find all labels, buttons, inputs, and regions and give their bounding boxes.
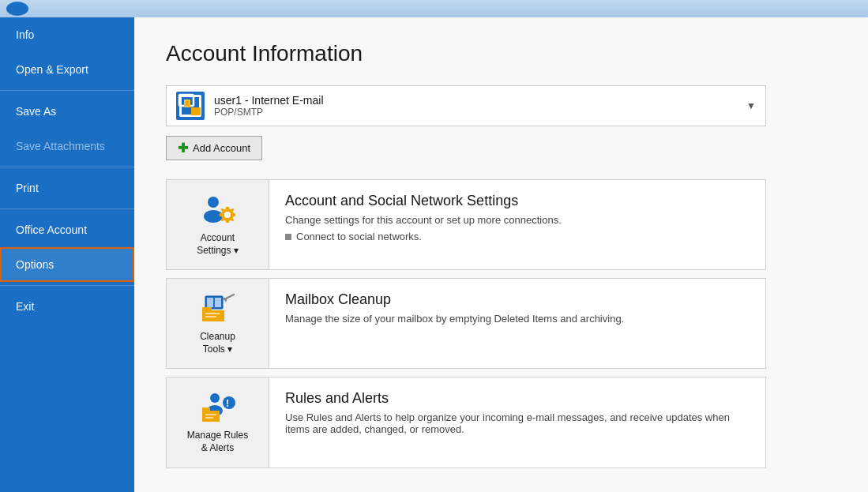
account-settings-description: Change settings for this account or set … [285, 214, 750, 226]
sidebar-item-print[interactable]: Print [0, 171, 134, 205]
top-bar [0, 0, 868, 17]
sidebar-divider-4 [0, 285, 134, 286]
account-settings-sub: Connect to social networks. [285, 231, 750, 242]
svg-rect-26 [202, 411, 220, 422]
account-settings-icon-area: AccountSettings ▾ [167, 180, 269, 269]
svg-text:!: ! [226, 398, 229, 409]
svg-rect-10 [232, 213, 235, 216]
main-container: Info Open & Export Save As Save Attachme… [0, 17, 868, 492]
account-settings-title: Account and Social Network Settings [285, 193, 750, 209]
page-title: Account Information [166, 41, 836, 66]
rules-description: Use Rules and Alerts to help organize yo… [285, 411, 750, 435]
svg-rect-27 [202, 407, 210, 411]
sidebar-item-save-attachments: Save Attachments [0, 129, 134, 163]
svg-rect-17 [215, 298, 221, 307]
account-icon [176, 92, 205, 120]
plus-icon: ✚ [178, 141, 188, 156]
sidebar-item-exit[interactable]: Exit [0, 289, 134, 324]
svg-rect-30 [205, 414, 216, 415]
svg-point-28 [223, 396, 235, 409]
manage-rules-card[interactable]: ! Manage Rules& Alerts Rules and Alerts … [166, 377, 766, 468]
cleanup-icon-area: CleanupTools ▾ [167, 279, 269, 368]
svg-rect-2 [185, 100, 190, 107]
cleanup-tools-description: Manage the size of your mailbox by empty… [285, 313, 750, 325]
dropdown-arrow-icon: ▼ [746, 100, 756, 111]
svg-rect-7 [226, 207, 229, 210]
svg-rect-31 [205, 417, 213, 419]
bullet-icon [285, 234, 291, 240]
svg-rect-16 [207, 298, 213, 307]
svg-rect-21 [205, 316, 216, 317]
account-settings-icon-label: AccountSettings ▾ [197, 232, 239, 257]
rules-icon-area: ! Manage Rules& Alerts [167, 377, 269, 467]
account-name: user1 - Internet E-mail [214, 94, 740, 107]
svg-point-6 [224, 212, 231, 218]
sidebar-item-open-export[interactable]: Open & Export [0, 52, 134, 87]
rules-title: Rules and Alerts [285, 390, 750, 407]
svg-marker-23 [223, 298, 227, 302]
svg-point-24 [210, 393, 220, 403]
sidebar-item-save-as[interactable]: Save As [0, 94, 134, 129]
manage-rules-icon: ! [199, 390, 237, 423]
account-settings-icon [199, 193, 237, 226]
add-account-button[interactable]: ✚ Add Account [166, 136, 262, 160]
account-type: POP/SMTP [214, 107, 740, 118]
sidebar-item-info[interactable]: Info [0, 17, 134, 52]
cleanup-tools-icon [199, 291, 237, 325]
svg-rect-20 [205, 313, 220, 314]
svg-point-3 [208, 197, 219, 208]
sidebar-item-office-account[interactable]: Office Account [0, 212, 134, 247]
sidebar-divider-2 [0, 167, 134, 167]
svg-rect-19 [202, 307, 212, 312]
cleanup-tools-card[interactable]: CleanupTools ▾ Mailbox Cleanup Manage th… [166, 278, 766, 369]
cleanup-tools-title: Mailbox Cleanup [285, 291, 750, 308]
sidebar-item-options[interactable]: Options [0, 247, 134, 282]
account-text: user1 - Internet E-mail POP/SMTP [214, 94, 740, 118]
account-settings-content: Account and Social Network Settings Chan… [269, 180, 765, 255]
rules-content: Rules and Alerts Use Rules and Alerts to… [269, 377, 765, 453]
account-dropdown[interactable]: user1 - Internet E-mail POP/SMTP ▼ [166, 85, 766, 126]
sidebar: Info Open & Export Save As Save Attachme… [0, 17, 134, 492]
manage-rules-icon-label: Manage Rules& Alerts [187, 430, 248, 454]
account-settings-card[interactable]: AccountSettings ▾ Account and Social Net… [166, 179, 766, 270]
sidebar-divider-3 [0, 208, 134, 209]
cleanup-tools-icon-label: CleanupTools ▾ [200, 331, 235, 355]
svg-rect-9 [220, 213, 223, 216]
content-area: Account Information user1 - Internet E-m… [134, 17, 868, 492]
outlook-logo [6, 2, 28, 16]
sidebar-divider-1 [0, 90, 134, 91]
svg-rect-8 [226, 220, 229, 223]
cleanup-tools-content: Mailbox Cleanup Manage the size of your … [269, 279, 765, 342]
